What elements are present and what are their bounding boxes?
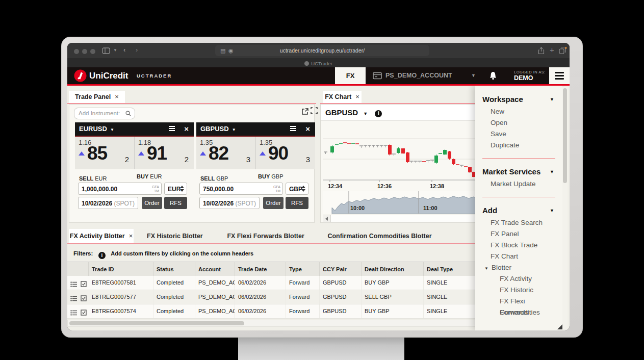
blotter-tab-1[interactable]: FX Activity Blotter× [69,229,134,243]
column-header[interactable]: Account [195,262,235,276]
traffic-light-minimize[interactable] [82,49,87,54]
tab-overview-icon[interactable] [559,47,567,55]
share-icon[interactable] [538,47,545,55]
table-cell: Completed [153,304,195,318]
account-caret-icon[interactable]: ▼ [471,67,476,84]
url-text[interactable]: uctrader.unicreditgroup.eu/uctrader/ [215,45,429,56]
close-icon[interactable]: × [115,93,119,100]
sell-price-button[interactable]: 1.16852 [75,137,134,169]
close-icon[interactable]: × [129,232,133,240]
table-cell: GBPUSD [320,276,362,290]
back-icon[interactable]: ‹ [123,46,125,54]
chevron-down-icon[interactable]: ▼ [550,204,554,217]
chevron-down-icon[interactable]: ▼ [484,266,488,271]
menu-item-fx-chart[interactable]: FX Chart [482,251,555,262]
new-tab-icon[interactable]: + [550,45,554,54]
column-header[interactable]: Dealt Direction [362,262,424,276]
scrollbar-thumb[interactable] [563,88,567,183]
menu-item-fx-trade-search[interactable]: FX Trade Search [482,217,555,228]
address-bar[interactable]: ▤ ◉ uctrader.unicreditgroup.eu/uctrader/… [215,45,429,56]
row-menu-icon[interactable] [70,310,77,316]
chevron-down-icon[interactable]: ▼ [110,127,114,132]
menu-item-open[interactable]: Open [482,117,555,128]
menu-item-fx-block-trade[interactable]: FX Block Trade [482,240,555,251]
gfa-badge: GFA1M [273,185,280,193]
menu-item-market-update[interactable]: Market Update [482,178,555,190]
account-selector[interactable]: PS_DEMO_ACCOUNT [385,67,452,84]
app-menu-button[interactable] [549,67,570,84]
uctrader-favicon-icon [304,61,309,66]
close-icon[interactable]: × [184,122,189,136]
tile-pair-selector[interactable]: GBPUSD [200,125,229,133]
order-button[interactable]: Order [142,197,162,209]
tab-fx[interactable]: FX [335,67,366,84]
sell-price-button[interactable]: 1.35823 [196,137,255,169]
blotter-tab-2[interactable]: FX Historic Blotter [141,229,209,243]
row-menu-icon[interactable] [70,296,77,301]
amount-input[interactable]: 750,000.00GFA1M [199,183,283,195]
menu-section-title[interactable]: Market Services▼ [482,165,555,178]
column-header[interactable]: Trade Date [235,262,286,276]
menu-section-title[interactable]: Add▼ [482,204,555,217]
info-icon[interactable]: i [98,252,106,259]
popout-icon[interactable] [301,108,309,115]
row-checkbox-icon[interactable] [81,310,87,316]
menu-item-fx-flexi-forwards[interactable]: FX Flexi Forwards [482,296,555,307]
value-date-input[interactable]: 10/02/2026 (SPOT) [78,197,138,209]
menu-item-fx-panel[interactable]: FX Panel [482,228,555,240]
menu-item-commodities[interactable]: Commodities [482,307,555,318]
menu-item-new[interactable]: New [482,106,555,117]
menu-item-fx-activity[interactable]: FX Activity [482,273,555,285]
menu-item-save[interactable]: Save [482,128,555,140]
chart-symbol[interactable]: GBPUSD [325,105,358,120]
rfs-button[interactable]: RFS [286,197,308,209]
traffic-light-close[interactable] [74,49,79,54]
value-date-input[interactable]: 10/02/2026 (SPOT) [199,197,260,209]
info-icon[interactable]: i [375,110,382,117]
fullscreen-icon[interactable] [311,107,318,114]
rfs-button[interactable]: RFS [164,197,187,209]
tile-menu-icon[interactable] [290,125,297,132]
chevron-down-icon[interactable]: ▼ [232,127,236,132]
buy-price-button[interactable]: 1.35903 [255,137,315,169]
column-header[interactable]: Type [286,262,320,276]
amount-input[interactable]: 1,000,000.00GFA1M [78,183,162,195]
tile-menu-icon[interactable] [168,125,175,132]
buy-price-button[interactable]: 1.18912 [134,137,194,169]
column-header[interactable]: Trade ID [89,262,153,276]
page-settings-icon[interactable]: ▤ [220,45,225,56]
order-button[interactable]: Order [263,197,284,209]
row-menu-icon[interactable] [70,281,77,287]
close-icon[interactable]: × [355,93,359,100]
menu-resize-grip[interactable] [557,324,562,329]
currency-select[interactable]: EUR [164,183,187,195]
close-icon[interactable]: × [305,122,310,136]
scroll-left-button[interactable] [323,215,331,222]
menu-section-title[interactable]: Workspace▼ [482,93,555,106]
tab-fx-chart[interactable]: FX Chart× [323,91,362,103]
blotter-tab-4[interactable]: Confirmation Commodities Blotter [321,229,437,243]
menu-item-fx-historic[interactable]: FX Historic [482,285,555,296]
sidebar-chevron-icon[interactable]: ▼ [113,48,117,53]
scrollbar-thumb[interactable] [69,321,244,325]
row-checkbox-icon[interactable] [81,295,87,301]
forward-icon[interactable]: › [136,46,138,54]
add-instrument-input[interactable]: Add Instrument: [74,108,135,119]
menu-item-duplicate[interactable]: Duplicate [482,140,555,151]
browser-tab[interactable]: UCTrader [304,61,332,66]
page-vscrollbar[interactable] [562,87,568,329]
currency-select[interactable]: GBP [286,183,308,195]
chevron-down-icon[interactable]: ▼ [550,165,554,178]
chevron-down-icon[interactable]: ▼ [550,93,554,106]
column-header[interactable]: CCY Pair [320,262,362,276]
tile-pair-selector[interactable]: EURUSD [79,125,107,133]
column-header[interactable]: Status [153,262,195,276]
tab-trade-panel[interactable]: Trade Panel× [69,91,125,103]
traffic-light-zoom[interactable] [90,49,95,54]
sidebar-icon[interactable] [102,47,110,54]
blotter-tab-3[interactable]: FX Flexi Forwards Blotter [221,229,310,243]
row-checkbox-icon[interactable] [81,281,87,287]
notifications-bell-icon[interactable] [488,71,498,81]
chevron-down-icon[interactable]: ▼ [363,111,368,116]
menu-item-blotter[interactable]: ▼Blotter [482,262,555,273]
